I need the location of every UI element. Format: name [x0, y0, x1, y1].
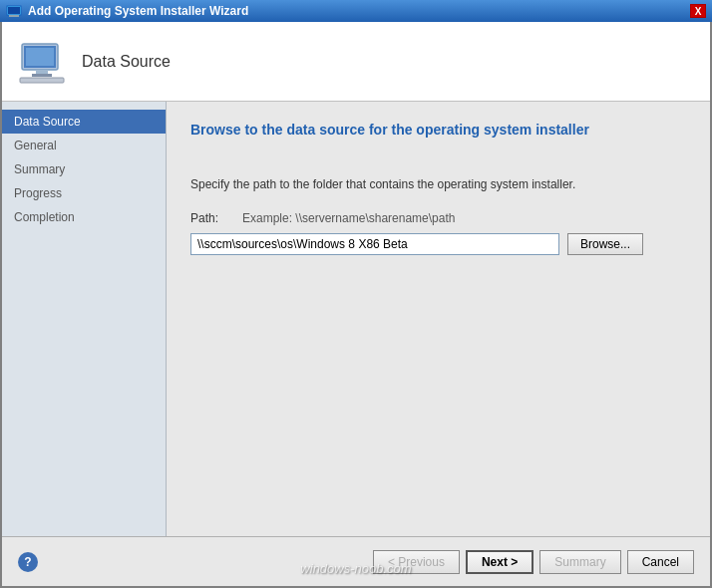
sidebar-item-general[interactable]: General — [2, 134, 166, 157]
title-text: Add Operating System Installer Wizard — [28, 4, 248, 18]
header-computer-icon — [18, 38, 66, 86]
footer-left: ? — [18, 552, 38, 572]
wizard-body: Data Source General Summary Progress Com… — [2, 102, 710, 536]
wizard-container: Data Source Data Source General Summary … — [0, 22, 712, 588]
wizard-header: Data Source — [2, 22, 710, 102]
svg-rect-7 — [32, 74, 52, 77]
svg-rect-8 — [20, 78, 64, 83]
path-input[interactable] — [190, 233, 559, 255]
header-title: Data Source — [82, 53, 171, 71]
wizard-footer: ? < Previous Next > Summary Cancel — [2, 536, 710, 586]
sidebar-item-data-source[interactable]: Data Source — [2, 110, 166, 134]
path-row: Path: Example: \\servername\sharename\pa… — [190, 211, 686, 225]
path-input-row: Browse... — [190, 233, 686, 255]
browse-button[interactable]: Browse... — [567, 233, 643, 255]
next-button[interactable]: Next > — [466, 550, 534, 574]
sidebar-item-summary[interactable]: Summary — [2, 157, 166, 181]
footer-buttons: < Previous Next > Summary Cancel — [373, 550, 694, 574]
sidebar-item-progress[interactable]: Progress — [2, 181, 166, 205]
summary-button[interactable]: Summary — [539, 550, 620, 574]
content-title: Browse to the data source for the operat… — [190, 122, 686, 138]
wizard-icon — [6, 3, 22, 19]
svg-rect-6 — [36, 70, 48, 74]
svg-rect-5 — [26, 48, 54, 66]
title-bar-left: Add Operating System Installer Wizard — [6, 3, 248, 19]
path-example: Example: \\servername\sharename\path — [242, 211, 455, 225]
help-icon[interactable]: ? — [18, 552, 38, 572]
content-area: Browse to the data source for the operat… — [167, 102, 710, 536]
cancel-button[interactable]: Cancel — [627, 550, 694, 574]
previous-button[interactable]: < Previous — [373, 550, 460, 574]
sidebar: Data Source General Summary Progress Com… — [2, 102, 167, 536]
title-bar: Add Operating System Installer Wizard X — [0, 0, 712, 22]
path-label: Path: — [190, 211, 230, 225]
instruction-text: Specify the path to the folder that cont… — [190, 177, 686, 191]
svg-rect-2 — [8, 7, 20, 14]
sidebar-item-completion[interactable]: Completion — [2, 205, 166, 229]
close-button[interactable]: X — [690, 4, 706, 18]
svg-rect-1 — [9, 15, 19, 17]
